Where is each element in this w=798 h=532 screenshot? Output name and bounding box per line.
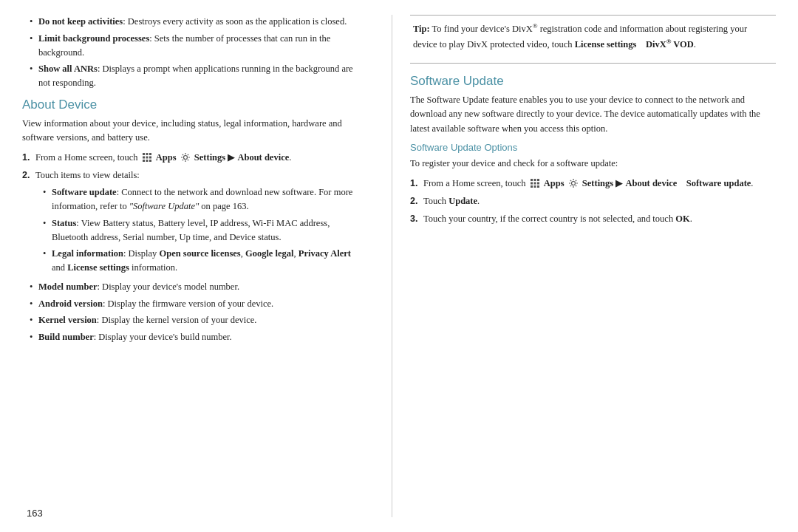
svg-line-15 [187,159,188,160]
options-step-1: 1. From a Home screen, touch [410,177,776,191]
desc: : Display your device's build number. [94,332,232,342]
sub-bullet-legal: Legal information: Display Open source l… [43,247,355,275]
svg-line-16 [187,154,188,154]
svg-rect-24 [531,185,533,188]
svg-rect-20 [537,179,539,181]
software-update-options-title: Software Update Options [410,142,776,153]
svg-rect-25 [533,185,536,188]
step-num-1: 1. [22,151,30,165]
page: Do not keep activities: Destroys every a… [0,0,798,532]
bullet-show-anrs: Show all ANRs: Displays a prompt when ap… [30,62,355,90]
sub-term: Legal information [52,248,123,259]
italic-ref: "Software Update" [129,201,199,211]
term: Kernel version [38,315,97,325]
step-num-2: 2. [22,168,30,183]
term: Android version [38,299,103,309]
svg-line-33 [575,185,576,185]
desc: : Display the kernel version of your dev… [97,315,257,325]
svg-rect-4 [146,156,148,158]
bullet-limit-bg: Limit background processes: Sets the num… [30,32,355,60]
bold-license: License settings [67,262,129,273]
right-column: Tip: To find your device's DivX® registr… [392,15,776,517]
step-2-text: Touch items to view details: [35,170,140,180]
svg-rect-8 [149,160,151,162]
svg-rect-5 [149,156,151,158]
divx-sup2: ® [666,38,672,45]
svg-rect-19 [533,179,536,181]
desc: : Display the firmware version of your d… [103,299,273,309]
divx-sup: ® [533,22,538,30]
bold-oss: Open source licenses [159,248,240,259]
svg-line-14 [182,154,183,154]
options-step-list: 1. From a Home screen, touch [410,177,776,227]
divx-vod-bold: DivX® VOD [646,39,694,50]
bullet-desc: : Destroys every activity as soon as the… [123,16,347,27]
step-list: 1. From a Home screen, touch [22,151,355,275]
options-step-2: 2. Touch Update. [410,194,776,208]
options-intro: To register your device and check for a … [410,157,776,171]
device-info-bullets: Model number: Display your device's mode… [22,280,355,344]
svg-point-9 [183,155,187,159]
step-1: 1. From a Home screen, touch [22,151,355,165]
apps-icon [142,152,152,163]
bullet-kernel: Kernel version: Display the kernel versi… [30,313,355,327]
svg-line-34 [575,180,576,180]
tip-text: Tip: To find your device's DivX® registr… [413,21,773,52]
about-device-intro: View information about your device, incl… [22,117,355,146]
bullet-term: Do not keep activities [38,16,123,27]
svg-line-35 [570,185,570,185]
settings-icon [180,152,191,163]
svg-rect-6 [143,160,145,162]
sub-bullet-list: Software update: Connect to the network … [35,185,355,275]
software-update-body: The Software Update feature enables you … [410,93,776,136]
about-device-label: About device [237,152,289,163]
svg-line-17 [182,159,183,160]
page-number: 163 [27,508,43,519]
bold-privacy: Privacy Alert [299,248,351,259]
sub-bullet-software-update: Software update: Connect to the network … [43,185,355,214]
sub-term: Software update [52,187,117,197]
svg-rect-3 [143,156,145,158]
svg-point-27 [571,181,575,185]
bullet-build: Build number: Display your device's buil… [30,330,355,344]
step-2: 2. Touch items to view details: Software… [22,168,355,275]
svg-rect-1 [146,153,148,155]
left-column: Do not keep activities: Destroys every a… [22,15,369,517]
svg-rect-18 [531,179,533,181]
options-step-3-text: Touch your country, if the correct count… [423,214,692,224]
tip-label: Tip: [413,24,430,34]
about-device-label-2: About device [625,178,677,188]
svg-rect-22 [533,182,536,184]
term: Model number [38,282,98,292]
tip-box: Tip: To find your device's DivX® registr… [410,15,776,64]
bullet-model: Model number: Display your device's mode… [30,280,355,294]
step-1-text: From a Home screen, touch [35,152,291,163]
about-device-title: About Device [22,98,355,112]
svg-rect-2 [149,153,151,155]
sub-desc: : View Battery status, Battery level, IP… [52,218,330,242]
sub-term: Status [52,218,76,228]
options-step-num-1: 1. [410,177,417,191]
options-step-1-text: From a Home screen, touch [423,178,753,188]
ok-bold: OK [675,214,689,224]
top-bullet-list: Do not keep activities: Destroys every a… [22,15,355,90]
svg-line-32 [570,180,570,180]
bullet-term: Limit background processes [38,33,149,44]
settings-label-2: Settings [582,178,613,188]
options-step-3: 3. Touch your country, if the correct co… [410,212,776,226]
apps-icon-2 [530,178,540,188]
sub-bullet-status: Status: View Battery status, Battery lev… [43,216,355,245]
settings-label: Settings [194,152,225,163]
update-bold: Update [449,196,477,206]
license-settings-bold: License settings [575,39,637,50]
settings-icon-2 [568,178,579,188]
bullet-term: Show all ANRs [38,64,98,74]
bold-google: Google legal [245,248,294,259]
svg-rect-21 [531,182,533,184]
desc: : Display your device's model number. [98,282,240,292]
options-step-num-3: 3. [410,212,417,226]
bullet-do-not-keep: Do not keep activities: Destroys every a… [30,15,355,29]
term: Build number [38,332,94,342]
software-update-title: Software Update [410,74,776,89]
svg-rect-7 [146,160,148,162]
